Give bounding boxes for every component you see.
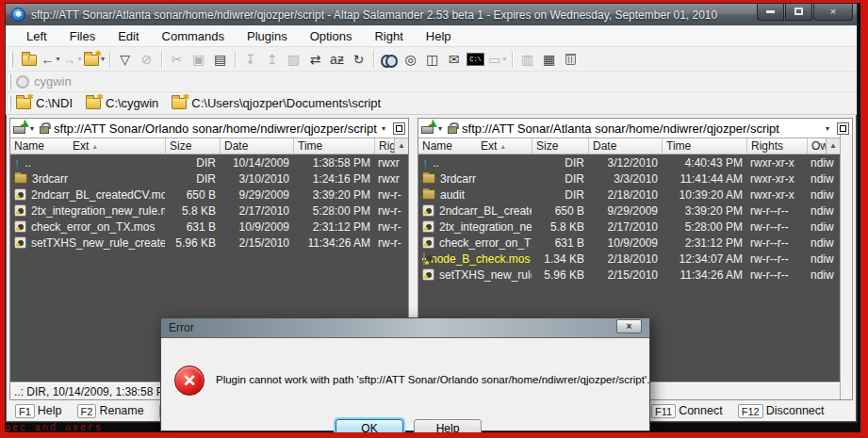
file-row[interactable]: node_B_check.mos1.34 KB2/18/201012:34:07… <box>418 251 840 267</box>
menu-item-left[interactable]: Left <box>15 26 58 46</box>
unpack-button: ↥ <box>261 49 283 70</box>
file-row[interactable]: ↑..DIR10/14/20091:38:58 PMrwxr <box>10 154 408 170</box>
refresh-button[interactable]: ↻ <box>348 49 369 70</box>
maximize-button[interactable] <box>785 4 812 21</box>
right-panel-scrollbar[interactable] <box>840 135 852 399</box>
column-header-ext[interactable]: Ext <box>73 139 89 153</box>
file-name: check_error_on_TX.mos <box>31 220 155 234</box>
file-size: DIR <box>165 156 220 170</box>
column-header-date[interactable]: Date <box>588 138 662 154</box>
find-user-button[interactable]: ◎ <box>400 49 421 70</box>
file-date: 2/17/2010 <box>220 204 293 218</box>
view-mode-dropdown-icon: ▾ <box>502 55 506 63</box>
drive-dropdown-icon[interactable]: ▾ <box>438 124 442 133</box>
plugin-fs-drive-icon[interactable]: ➤ <box>421 122 436 135</box>
error-dialog-title-bar[interactable]: Error × <box>161 318 649 338</box>
file-date: 2/15/2010 <box>588 268 662 282</box>
up-directory-icon: ↑ <box>422 157 429 169</box>
hot-path-1[interactable]: ✱C:\cygwin <box>86 96 158 110</box>
menu-item-files[interactable]: Files <box>58 26 106 46</box>
plugin-bar-grip[interactable] <box>8 74 11 89</box>
unpack-icon: ↥ <box>267 52 278 67</box>
file-row[interactable]: 2ndcarr_BL_createdCV.mos650 B9/29/20093:… <box>10 187 408 203</box>
close-button[interactable]: × <box>813 4 853 21</box>
column-header-time[interactable]: Time <box>662 138 746 154</box>
file-time: 3:39:20 PM <box>662 204 746 218</box>
compare-directories-button[interactable]: ⇄ <box>304 49 326 70</box>
minimize-button[interactable] <box>757 4 784 21</box>
hot-path-list-button[interactable]: ✱▾ <box>83 49 106 70</box>
right-panel-zoom-button[interactable] <box>837 122 849 135</box>
menu-item-options[interactable]: Options <box>299 26 364 46</box>
scroll-up-arrow[interactable]: ▲ <box>826 138 840 154</box>
file-row[interactable]: check_error_on_TX.mos631 B10/9/20092:31:… <box>418 235 840 251</box>
error-dialog-close-button[interactable]: × <box>616 319 642 333</box>
plugin-fs-drive-icon[interactable]: ➤ <box>13 122 28 135</box>
left-panel-path[interactable]: sftp://ATT Sonar/Orlando sonar/home/ndiw… <box>54 122 380 136</box>
back-button[interactable]: ←▾ <box>40 49 61 70</box>
column-header-name[interactable]: NameExt▲ <box>418 138 532 154</box>
column-header-rights[interactable]: Rights <box>746 138 807 154</box>
file-row[interactable]: setTXHS_new_rule_createCV.mos5.96 KB2/15… <box>418 267 840 283</box>
drive-dropdown-icon[interactable]: ▾ <box>30 124 34 133</box>
hot-path-2[interactable]: ✱C:\Users\qjozper\Documents\script <box>172 96 381 110</box>
file-size: 5.96 KB <box>165 236 220 250</box>
title-bar[interactable]: ✱ sftp://ATT Sonar/Atlanta sonar/home/nd… <box>6 4 857 25</box>
file-row[interactable]: setTXHS_new_rule_createCV.mos5.96 KB2/15… <box>10 235 408 251</box>
file-size: 1.34 KB <box>532 252 588 266</box>
menu-item-commands[interactable]: Commands <box>151 26 236 46</box>
hot-paths-grip[interactable] <box>8 96 11 111</box>
email-files-button[interactable]: ✉ <box>443 49 465 70</box>
column-header-ext[interactable]: Ext <box>481 139 497 153</box>
menu-item-right[interactable]: Right <box>363 26 414 46</box>
minimize-icon <box>766 10 775 13</box>
fkey-f11-connect[interactable]: F11Connect <box>651 404 723 418</box>
right-panel-path[interactable]: sftp://ATT Sonar/Atlanta sonar/home/ndiw… <box>462 122 824 136</box>
path-dropdown-icon[interactable]: ▾ <box>382 124 385 133</box>
plugin-bar[interactable]: cygwin <box>6 72 857 92</box>
fkey-f1-help[interactable]: F1Help <box>15 404 62 418</box>
file-row[interactable]: auditDIR2/18/201010:39:20 AMrwxr-xr-xndi… <box>418 187 840 203</box>
column-header-time[interactable]: Time <box>293 138 374 154</box>
file-time: 11:34:26 AM <box>662 268 746 282</box>
parent-directory-button[interactable]: ↑ <box>18 49 40 70</box>
fkey-f12-disconnect[interactable]: F12Disconnect <box>738 404 825 418</box>
column-header-size[interactable]: Size <box>532 138 588 154</box>
file-row[interactable]: 2ndcarr_BL_createdCV.mos650 B9/29/20093:… <box>418 203 840 219</box>
paste-button[interactable]: ▤ <box>209 49 231 70</box>
column-header-date[interactable]: Date <box>220 138 293 154</box>
hot-path-folder-icon: ✱ <box>172 98 187 109</box>
file-size: DIR <box>532 188 588 202</box>
filter-button[interactable]: ▽ <box>114 49 136 70</box>
file-time: 5:28:00 PM <box>293 204 374 218</box>
toolbar-grip[interactable] <box>10 52 13 67</box>
change-case-button[interactable]: aᵶ <box>326 49 348 70</box>
column-header-name[interactable]: NameExt▲ <box>10 138 165 154</box>
paste-icon: ▤ <box>214 52 226 67</box>
file-row[interactable]: 2tx_integration_new_rule.mos5.8 KB2/17/2… <box>418 219 840 235</box>
calculator-button[interactable]: ▦ <box>538 49 560 70</box>
file-name: .. <box>434 156 440 170</box>
column-header-size[interactable]: Size <box>165 138 220 154</box>
scroll-up-arrow[interactable]: ▲ <box>394 138 408 154</box>
file-rights: rwxr <box>374 156 408 170</box>
file-row[interactable]: check_error_on_TX.mos631 B10/9/20092:31:… <box>10 219 408 235</box>
hot-path-0[interactable]: ✱C:\NDI <box>16 96 73 110</box>
menu-item-help[interactable]: Help <box>415 26 463 46</box>
left-panel-zoom-button[interactable] <box>393 122 405 135</box>
command-shell-button[interactable]: C:\ <box>465 49 486 70</box>
find-files-button[interactable] <box>378 49 400 70</box>
shared-directories-button[interactable]: ◫ <box>421 49 443 70</box>
file-row[interactable]: 2tx_integration_new_rule.mos5.8 KB2/17/2… <box>10 203 408 219</box>
menu-item-edit[interactable]: Edit <box>106 26 150 46</box>
menu-item-plugins[interactable]: Plugins <box>236 26 299 46</box>
file-row[interactable]: ↑..DIR3/12/20104:40:43 PMrwxr-xr-xndiw <box>418 154 840 170</box>
copy-button: ▣ <box>188 49 209 70</box>
fkey-f2-rename[interactable]: F2Rename <box>77 404 144 418</box>
file-row[interactable]: 3rdcarrDIR3/10/20101:24:16 PMrwxr <box>10 170 408 187</box>
file-row[interactable]: 3rdcarrDIR3/3/201011:41:44 AMrwxr-xr-xnd… <box>418 170 840 187</box>
delete-button[interactable] <box>560 49 581 70</box>
path-dropdown-icon[interactable]: ▾ <box>826 124 829 133</box>
file-date: 3/3/2010 <box>588 172 662 186</box>
find-user-icon: ◎ <box>404 52 416 67</box>
